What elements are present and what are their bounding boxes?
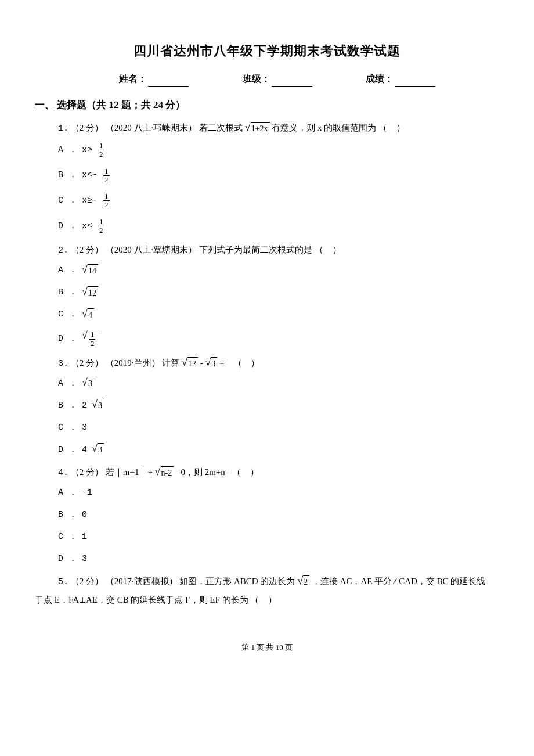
score-field: 成绩： (366, 71, 435, 87)
class-label: 班级： (243, 71, 270, 87)
q2-option-d: D ． √12 (58, 330, 499, 348)
q4-option-d: D ． 3 (58, 552, 499, 566)
q1-text-b: 有意义，则 x 的取值范围为 (272, 123, 376, 132)
student-info-line: 姓名： 班级： 成绩： (35, 71, 499, 87)
fraction-icon: 12 (98, 218, 104, 235)
q3-option-b: B ． 2 √3 (58, 399, 499, 413)
name-field: 姓名： (119, 71, 189, 87)
radical-icon: √12 (182, 357, 198, 370)
answer-blank: （ ） (315, 243, 345, 257)
name-blank[interactable] (148, 75, 189, 87)
q4-option-a: A ． -1 (58, 486, 499, 500)
answer-blank: （ ） (232, 465, 262, 479)
radical-icon: √3 (82, 377, 94, 390)
q4-option-b: B ． 0 (58, 508, 499, 522)
radical-icon: √12 (82, 286, 98, 300)
q1-option-b: B ． x≤- 12 (58, 167, 499, 185)
q2-stem: 2. （2 分） （2020 八上·覃塘期末） 下列式子为最简二次根式的是 （ … (58, 243, 499, 258)
class-field: 班级： (243, 71, 312, 87)
answer-blank: （ ） (378, 121, 409, 135)
question-5: 5. （2 分） （2017·陕西模拟） 如图，正方形 ABCD 的边长为 √2… (58, 574, 499, 589)
radical-icon: √1+2x (245, 122, 270, 135)
q2-option-c: C ． √4 (58, 308, 499, 322)
q3-option-a: A ． √3 (58, 377, 499, 391)
radical-icon: √12 (82, 330, 98, 348)
q1-option-d: D ． x≤ 12 (58, 218, 499, 235)
radical-icon: √14 (82, 264, 98, 278)
q4-stem: 4. （2 分） 若｜m+1｜+ √n-2 =0，则 2m+n= （ ） (58, 465, 499, 480)
score-blank[interactable] (395, 75, 435, 87)
q1-option-c: C ． x≥- 12 (58, 192, 499, 210)
radical-icon: √3 (205, 357, 217, 370)
question-4: 4. （2 分） 若｜m+1｜+ √n-2 =0，则 2m+n= （ ） A ．… (58, 465, 499, 566)
q1-source: （2020 八上·邛崃期末） (106, 123, 197, 132)
q1-stem: 1. （2 分） （2020 八上·邛崃期末） 若二次根式 √1+2x 有意义，… (58, 121, 499, 136)
answer-blank: （ ） (250, 593, 280, 607)
question-5-cont: 于点 E，FA⊥AE，交 CB 的延长线于点 F，则 EF 的长为 （ ） (35, 593, 499, 607)
section-prefix: 一、 (35, 99, 55, 111)
page-footer: 第 1 页 共 10 页 (35, 642, 499, 654)
q2-option-a: A ． √14 (58, 264, 499, 278)
class-blank[interactable] (272, 75, 312, 87)
fraction-icon: 12 (103, 192, 110, 210)
question-3: 3. （2 分） （2019·兰州） 计算 √12 - √3 = （ ） A ．… (58, 356, 499, 457)
answer-blank: （ ） (233, 356, 264, 370)
name-label: 姓名： (119, 71, 147, 87)
question-1: 1. （2 分） （2020 八上·邛崃期末） 若二次根式 √1+2x 有意义，… (58, 121, 499, 235)
q1-num: 1. (58, 124, 68, 134)
q4-option-c: C ． 1 (58, 530, 499, 544)
radical-icon: √n-2 (155, 466, 174, 480)
radical-icon: √3 (92, 443, 104, 456)
q2-option-b: B ． √12 (58, 286, 499, 300)
radical-icon: √2 (297, 575, 309, 589)
question-2: 2. （2 分） （2020 八上·覃塘期末） 下列式子为最简二次根式的是 （ … (58, 243, 499, 348)
q1-points: （2 分） (71, 123, 103, 132)
section-1-heading: 一、 选择题（共 12 题；共 24 分） (35, 97, 499, 113)
q3-option-d: D ． 4 √3 (58, 443, 499, 457)
radical-icon: √4 (82, 308, 94, 322)
q3-stem: 3. （2 分） （2019·兰州） 计算 √12 - √3 = （ ） (58, 356, 499, 371)
section-text: 选择题（共 12 题；共 24 分） (57, 99, 185, 110)
score-label: 成绩： (366, 71, 394, 87)
q1-text-a: 若二次根式 (199, 123, 243, 132)
q1-option-a: A ． x≥ 12 (58, 142, 499, 159)
fraction-icon: 12 (103, 167, 110, 185)
page-title: 四川省达州市八年级下学期期末考试数学试题 (35, 41, 499, 61)
radical-icon: √3 (92, 399, 104, 412)
fraction-icon: 12 (98, 142, 104, 159)
q3-option-c: C ． 3 (58, 421, 499, 435)
